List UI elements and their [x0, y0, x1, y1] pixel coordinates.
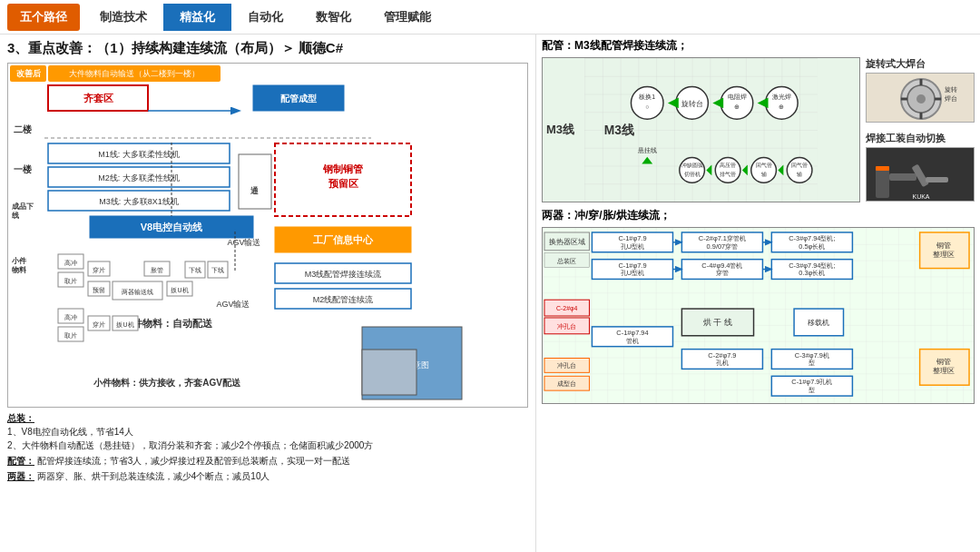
svg-rect-67 [362, 350, 416, 395]
liangqie-header: 两器： [7, 471, 34, 481]
svg-text:C-1#φ7.9: C-1#φ7.9 [618, 261, 646, 270]
rotating-welding-image: 旋转 焊台 [866, 73, 975, 123]
svg-text:M3线: 大多联8X1线机: M3线: 大多联8X1线机 [99, 197, 179, 206]
svg-text:V8电控自动线: V8电控自动线 [141, 222, 202, 232]
svg-text:配管成型: 配管成型 [280, 94, 318, 104]
nav-item-zidonghua[interactable]: 自动化 [231, 4, 299, 31]
svg-text:焊台: 焊台 [945, 95, 957, 102]
svg-text:高压管: 高压管 [720, 162, 736, 168]
right-panel: 配管：M3线配管焊接连续流； M3线 [535, 34, 980, 552]
svg-text:0.5φ长机: 0.5φ长机 [799, 242, 825, 251]
svg-text:两器输送线: 两器输送线 [122, 289, 153, 295]
svg-text:小件物料：供方接收，齐套AGV配送: 小件物料：供方接收，齐套AGV配送 [93, 378, 241, 388]
svg-text:穿片: 穿片 [93, 267, 105, 273]
svg-text:排气管: 排气管 [720, 171, 736, 177]
svg-text:0.9/07穿管: 0.9/07穿管 [707, 242, 739, 251]
main-content: 3、重点改善：（1）持续构建连续流（布局）＞ 顺德C# 改善后 大件物料自动输送… [0, 34, 980, 552]
liangqie-section: 两器： 两器穿、胀、烘干到总装连续流，减少4个断点；减员10人 [7, 469, 528, 483]
rotating-welding-label: 旋转式大焊台 [866, 57, 975, 71]
svg-text:旋转: 旋转 [945, 86, 957, 93]
svg-text:一楼: 一楼 [14, 164, 33, 174]
svg-text:预留: 预留 [93, 287, 105, 293]
nav-item-zhizao[interactable]: 制造技术 [83, 4, 163, 31]
liangqie-content: 两器穿、胀、烘干到总装连续流，减少4个断点；减员10人 [37, 471, 270, 481]
svg-text:辅: 辅 [797, 171, 802, 177]
right-images-col: 旋转式大焊台 [866, 57, 975, 202]
welding-auto-image: KUKA [866, 147, 975, 202]
svg-text:烘 干 线: 烘 干 线 [703, 318, 732, 327]
svg-text:AGV输送: AGV输送 [216, 300, 250, 309]
svg-text:M2线配管连续流: M2线配管连续流 [313, 295, 374, 304]
svg-text:回气管: 回气管 [791, 162, 808, 168]
peiguan-title-text: 配管：M3线配管焊接连续流； [542, 39, 688, 52]
svg-text:胀管: 胀管 [151, 267, 163, 273]
svg-text:切管机: 切管机 [684, 171, 701, 177]
zongzhuang-header: 总装： [7, 413, 34, 423]
svg-text:铜管: 铜管 [936, 358, 951, 366]
m3-label: M3线 [546, 122, 574, 138]
svg-text:电阻焊: 电阻焊 [728, 94, 747, 100]
svg-text:钢制铜管: 钢制铜管 [322, 163, 363, 174]
svg-text:整理区: 整理区 [933, 367, 955, 375]
svg-point-107 [916, 94, 926, 104]
nav-item-shuzhi[interactable]: 数智化 [299, 4, 368, 31]
peiguan-section: 配管： 配管焊接连续流；节省3人，减少焊接过程及配管到总装断点，实现一对一配送 [7, 454, 528, 468]
peiguan-right-section: 配管：M3线配管焊接连续流； M3线 [542, 38, 975, 202]
peiguan-content: 配管焊接连续流；节省3人，减少焊接过程及配管到总装断点，实现一对一配送 [37, 456, 351, 466]
zongzhuang-section: 总装： 1、V8电控自动化线，节省14人 2、大件物料自动配送（悬挂链），取消分… [7, 411, 528, 452]
svg-text:M2线: 大多联柔性线机: M2线: 大多联柔性线机 [98, 173, 180, 182]
peiguan-header: 配管： [7, 456, 34, 466]
svg-text:悬挂线: 悬挂线 [637, 147, 657, 153]
svg-text:型: 型 [808, 386, 815, 394]
svg-text:预留区: 预留区 [328, 178, 358, 189]
svg-text:AGV输送: AGV输送 [227, 238, 260, 247]
svg-text:C-1#φ7.9孔机: C-1#φ7.9孔机 [791, 378, 832, 386]
svg-rect-120 [876, 166, 889, 171]
svg-text:取片: 取片 [64, 278, 77, 284]
svg-text:冲孔台: 冲孔台 [557, 323, 576, 330]
svg-text:工厂信息中心: 工厂信息中心 [313, 234, 374, 245]
svg-text:铜管: 铜管 [936, 242, 951, 250]
svg-rect-121 [543, 228, 974, 403]
svg-text:旋转台: 旋转台 [681, 100, 703, 108]
m3-flow-svg: M3线 板换1 ○ 旋转台 电阻焊 ⊕ 激光焊 ⊕ [543, 58, 859, 202]
svg-text:扳U机: 扳U机 [116, 321, 133, 328]
liangqie-title-text: 两器：冲/穿/胀/烘连续流； [542, 209, 671, 222]
svg-text:回气管: 回气管 [756, 162, 772, 168]
svg-text:C-2#φ7.9: C-2#φ7.9 [708, 351, 736, 360]
svg-text:成品下: 成品下 [11, 202, 34, 211]
svg-text:C-1#φ7.9: C-1#φ7.9 [618, 234, 646, 242]
svg-text:总装区: 总装区 [556, 258, 576, 264]
svg-text:C-3#φ7.9机: C-3#φ7.9机 [795, 351, 829, 360]
nav-item-jingyi[interactable]: 精益化 [163, 4, 231, 31]
peiguan-right-title: 配管：M3线配管焊接连续流； [542, 38, 975, 54]
svg-text:C-3#φ7.94型机;: C-3#φ7.94型机; [789, 234, 835, 242]
svg-text:型: 型 [808, 359, 815, 367]
svg-text:板换1: 板换1 [638, 94, 655, 100]
svg-text:C-2#φ7.1穿管机: C-2#φ7.1穿管机 [699, 234, 746, 242]
svg-text:辅: 辅 [761, 171, 767, 177]
nav-item-guanli[interactable]: 管理赋能 [368, 4, 447, 31]
liangqie-right-section: 两器：冲/穿/胀/烘连续流； 换热器区域 总装区 [542, 208, 975, 404]
rotating-welding-section: 旋转式大焊台 [866, 57, 975, 128]
svg-text:物料: 物料 [11, 266, 27, 274]
svg-text:取片: 取片 [64, 332, 77, 339]
svg-text:○: ○ [645, 104, 649, 110]
main-diagram-svg: 改善后 大件物料自动输送（从二楼到一楼） 齐套区 配管成型 二楼 一楼 M1线 [8, 64, 528, 408]
svg-text:高冲: 高冲 [64, 260, 77, 266]
svg-text:高冲: 高冲 [64, 314, 77, 320]
svg-text:孔U型机: 孔U型机 [621, 242, 644, 251]
peiguan-content-row: M3线 M3线 [542, 57, 975, 202]
svg-text:⊕: ⊕ [734, 104, 740, 110]
svg-text:整理区: 整理区 [933, 251, 955, 259]
svg-text:齐套区: 齐套区 [83, 93, 113, 104]
nav-tag-wuge-lujing[interactable]: 五个路径 [7, 4, 80, 31]
svg-text:换热器区域: 换热器区域 [549, 238, 585, 246]
svg-text:穿片: 穿片 [93, 321, 105, 328]
svg-text:改善后: 改善后 [16, 68, 42, 78]
liangqie-floor-plan: 换热器区域 总装区 C-1#φ7.9 孔U型机 C-2#φ7.1穿管机 0.9/… [542, 227, 975, 404]
svg-text:M3线: M3线 [604, 123, 634, 137]
svg-text:M1线: 大多联柔性线机: M1线: 大多联柔性线机 [98, 150, 180, 159]
svg-text:小件: 小件 [11, 257, 27, 265]
svg-text:C-1#φ7.94: C-1#φ7.94 [616, 329, 648, 337]
